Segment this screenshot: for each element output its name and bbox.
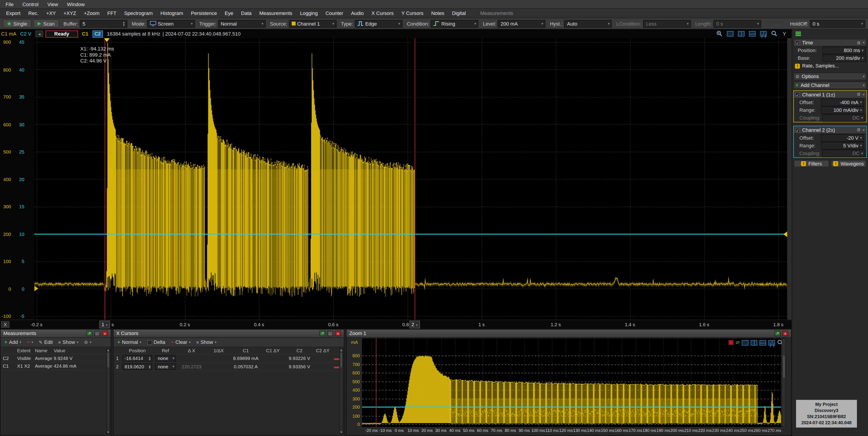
add-measurement-button[interactable]: + Add ▾ [2, 339, 24, 345]
channel2-range-select[interactable]: 5 V/div▾ [821, 142, 864, 149]
stop-icon[interactable] [728, 340, 734, 345]
spin-buttons[interactable]: ▲▼ [122, 21, 125, 26]
detach-icon[interactable]: ↗ [319, 331, 326, 336]
views-toolbar-item-measurements[interactable]: Measurements [255, 10, 296, 17]
views-toolbar-item-histogram[interactable]: Histogram [157, 10, 187, 17]
spin-buttons[interactable]: ▲▼ [149, 356, 151, 361]
panel-splitter[interactable] [344, 329, 346, 436]
menu-item-view[interactable]: View [43, 1, 63, 7]
maximize-icon[interactable]: □ [94, 331, 100, 336]
chevron-down-icon[interactable]: ▾ [863, 128, 865, 132]
time-base-select[interactable]: 200 ms/div▾ [823, 54, 866, 62]
cursor-ref-select[interactable]: none▾ [155, 355, 176, 361]
channel2-offset-select[interactable]: -20 V▾ [821, 134, 864, 142]
layout-horizontal-split-icon[interactable] [760, 340, 766, 345]
trigger-select[interactable]: Normal▾ [218, 20, 266, 27]
gear-icon[interactable]: ⚙ [857, 92, 861, 97]
views-toolbar-item-persistence[interactable]: Persistence [187, 10, 221, 17]
views-toolbar-item-data[interactable]: Data [237, 10, 255, 17]
scope-plot[interactable]: X1: -94.132 ms C1: 899.2 mA C2: 44.96 V [34, 38, 787, 320]
x-cursor-flag-2[interactable]: 2▾ [409, 321, 420, 328]
holdoff-select[interactable]: 0 s ▾ [810, 20, 865, 27]
zoom-in-icon[interactable] [716, 31, 722, 37]
panel-splitter[interactable] [111, 329, 113, 436]
remove-measurement-button[interactable]: − ▾ [25, 339, 35, 345]
sync-icon[interactable]: ⇄ [736, 340, 740, 345]
layout-single-icon[interactable] [742, 340, 748, 345]
x-cursor-flag-1[interactable]: 1▾ [99, 321, 110, 328]
level-select[interactable]: 200 mA▾ [498, 20, 545, 27]
options-section-header[interactable]: ⚙ Options ▾ [793, 72, 867, 80]
views-toolbar-item-notes[interactable]: Notes [428, 10, 448, 17]
layout-grid-icon[interactable] [769, 340, 775, 345]
time-checkbox[interactable]: ✓ [796, 40, 800, 45]
spin-buttons[interactable]: ▲▼ [149, 364, 151, 369]
views-toolbar-item-spectrogram[interactable]: Spectrogram [120, 10, 157, 17]
maximize-icon[interactable]: □ [327, 331, 333, 336]
measurement-row[interactable]: C2VisibleAverage9.9248 V [0, 354, 111, 362]
tab-c2[interactable]: C2 [92, 30, 103, 37]
add-normal-cursor-button[interactable]: + Normal ▾ [115, 339, 144, 345]
cursor-ref-select[interactable]: none▾ [155, 364, 176, 370]
cursor-position-input[interactable]: 819.0620▲▼ [122, 364, 152, 370]
chevron-down-icon[interactable]: ▾ [863, 40, 865, 45]
layout-single-icon[interactable] [727, 31, 733, 36]
show-measurements-button[interactable]: ≡ Show ▾ [56, 339, 81, 345]
views-toolbar-item-export[interactable]: Export [2, 10, 25, 17]
scrollbar[interactable] [781, 339, 786, 427]
views-toolbar-item-audio[interactable]: Audio [347, 10, 368, 17]
wavegens-button[interactable]: ! Wavegens [831, 160, 866, 167]
type-select[interactable]: Edge▾ [355, 20, 402, 27]
channel2-header[interactable]: ✓ Channel 2 (2±) ⚙ ▾ [794, 126, 866, 134]
views-toolbar-item-digital[interactable]: Digital [448, 10, 469, 17]
add-channel-header[interactable]: + Add Channel ▾ [793, 82, 867, 89]
x-axis-corner-button[interactable]: X [1, 321, 9, 328]
length-select[interactable]: 0 s▾ [713, 20, 761, 27]
chevron-down-icon[interactable]: ▾ [863, 83, 865, 88]
condition-select[interactable]: Rising▾ [431, 20, 478, 27]
views-toolbar-item-y-cursors[interactable]: Y Cursors [398, 10, 428, 17]
tab-c1[interactable]: C1 [80, 31, 90, 36]
close-icon[interactable]: × [335, 331, 341, 336]
menu-item-file[interactable]: File [1, 1, 18, 7]
source-select[interactable]: Channel 1▾ [289, 20, 337, 27]
gear-icon[interactable]: ⚙ [857, 40, 861, 45]
single-button[interactable]: ◉ Single [3, 20, 31, 28]
filters-button[interactable]: ! Filters [794, 160, 829, 167]
clear-cursors-button[interactable]: − Clear ▾ [168, 339, 193, 345]
measurement-row[interactable]: C1X1 X2Average424.86 mA [0, 362, 111, 370]
close-icon[interactable]: × [782, 331, 788, 336]
hyst-select[interactable]: Auto▾ [564, 20, 612, 27]
layout-vertical-split-icon[interactable] [738, 31, 744, 36]
close-icon[interactable]: × [102, 331, 108, 336]
edit-measurement-button[interactable]: ✎ Edit [37, 339, 55, 345]
add-delta-cursor-button[interactable]: Delta [145, 339, 167, 345]
open-view-measurements[interactable]: Measurements [476, 10, 517, 17]
scope-plot-canvas[interactable] [34, 38, 787, 320]
menu-item-control[interactable]: Control [18, 1, 43, 7]
buffer-select[interactable]: 5▲▼ [80, 20, 127, 27]
menu-item-window[interactable]: Window [62, 1, 89, 7]
prev-buffer-button[interactable]: ◄ [35, 31, 43, 37]
layout-vertical-split-icon[interactable] [750, 340, 757, 345]
scan-button[interactable]: ▶ Scan [33, 20, 59, 28]
cursor-position-input[interactable]: -16.6414▲▼ [122, 355, 152, 361]
scrollbar[interactable]: ▲▼ [106, 348, 110, 434]
zoom-fit-icon[interactable] [771, 31, 777, 37]
chevron-down-icon[interactable]: ▾ [863, 92, 865, 97]
time-section-header[interactable]: ✓ Time ⚙ ▾ [793, 39, 867, 47]
channel1-offset-select[interactable]: -400 mA▾ [821, 98, 864, 106]
layout-horizontal-split-icon[interactable] [749, 31, 755, 36]
channel1-header[interactable]: ✓ Channel 1 (1±) ⚙ ▾ [794, 91, 866, 98]
detach-icon[interactable]: ↗ [87, 331, 93, 336]
views-toolbar-item-xyz[interactable]: +XYZ [60, 10, 80, 17]
channel1-checkbox[interactable]: ✓ [796, 92, 800, 97]
detach-icon[interactable]: ↗ [775, 331, 781, 336]
views-toolbar-item-x-cursors[interactable]: X Cursors [368, 10, 398, 17]
channel2-coupling-select[interactable]: DC▾ [822, 150, 865, 157]
chevron-down-icon[interactable]: ▾ [863, 74, 865, 79]
zoom-plot-canvas[interactable] [362, 339, 781, 427]
mode-select[interactable]: Screen▾ [147, 20, 195, 27]
y-axis-button[interactable]: Y [781, 31, 787, 36]
channel1-range-select[interactable]: 100 mA/div▾ [821, 107, 864, 114]
